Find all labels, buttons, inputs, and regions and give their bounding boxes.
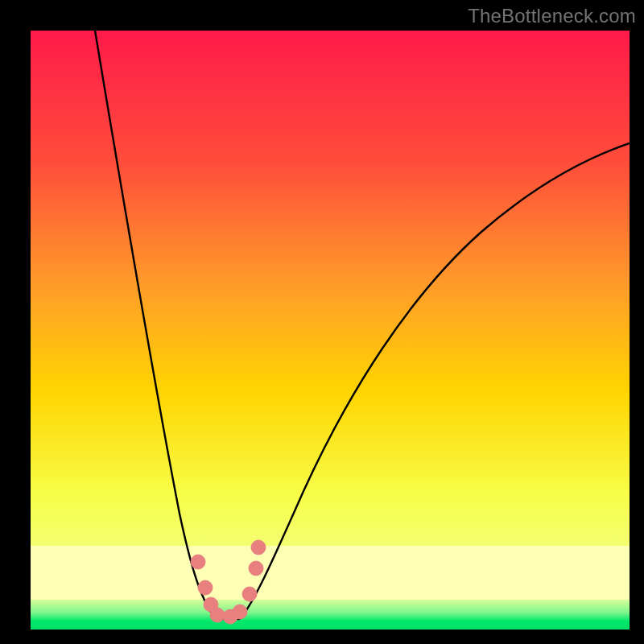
svg-point-8 bbox=[249, 561, 263, 576]
svg-point-9 bbox=[251, 540, 266, 555]
svg-point-4 bbox=[210, 608, 225, 622]
curve-right-branch bbox=[240, 143, 630, 619]
watermark-text: TheBottleneck.com bbox=[468, 5, 636, 27]
curve-layer bbox=[31, 31, 630, 630]
svg-point-2 bbox=[198, 580, 213, 595]
curve-left-branch bbox=[95, 31, 216, 619]
svg-point-1 bbox=[191, 555, 205, 569]
svg-point-7 bbox=[242, 587, 257, 601]
valley-markers bbox=[191, 540, 266, 624]
svg-point-6 bbox=[233, 605, 247, 619]
chart-frame: TheBottleneck.com bbox=[0, 0, 644, 644]
plot-area bbox=[31, 31, 630, 630]
